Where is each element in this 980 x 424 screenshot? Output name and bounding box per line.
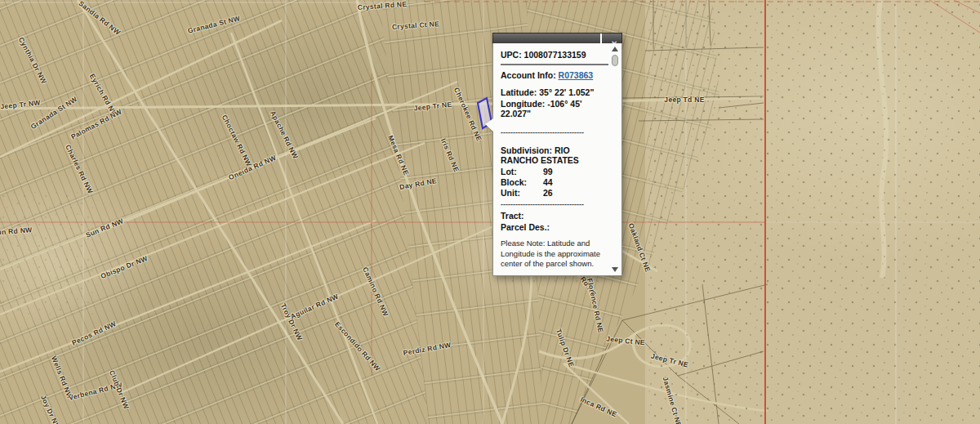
close-icon[interactable]: ✕ — [611, 35, 618, 42]
divider-rule — [501, 64, 608, 65]
tract-line: Tract: — [501, 211, 608, 221]
account-info-line: Account Info: R073863 — [501, 70, 608, 80]
popup-titlebar[interactable]: ✕ — [492, 33, 622, 43]
account-info-label: Account Info: — [501, 70, 556, 80]
latitude-value: 35° 22' 1.052" — [539, 87, 594, 97]
map-viewport[interactable]: Sandia Rd NWCrystal Rd NECrystal Ct NEGr… — [0, 0, 980, 424]
restore-window-icon[interactable] — [600, 35, 608, 42]
popup-note: Please Note: Latitude and Longitude is t… — [501, 239, 608, 268]
parcel-field-label: Unit: — [501, 188, 543, 198]
tract-label: Tract: — [501, 211, 524, 221]
upc-label: UPC: — [501, 50, 522, 60]
upc-line: UPC: 1008077133159 — [501, 50, 608, 60]
subdivision-line: Subdivision: RIO RANCHO ESTATES — [501, 145, 608, 165]
parcel-des-line: Parcel Des.: — [501, 222, 608, 232]
parcel-info-popup: ✕ UPC: 1008077133159 Account Info: R0738… — [492, 33, 622, 276]
aerial-map[interactable] — [0, 0, 980, 424]
scrollbar-thumb[interactable] — [612, 55, 618, 66]
dashed-separator: ---------------------------------- — [501, 200, 608, 208]
parcel-field-value: 26 — [543, 188, 553, 198]
upc-value: 1008077133159 — [524, 50, 586, 60]
popup-scrollbar[interactable] — [611, 47, 619, 272]
longitude-line: Longitude: -106° 45' 22.027" — [501, 99, 608, 118]
popup-callout-tail — [485, 118, 493, 132]
parcel-des-label: Parcel Des.: — [501, 222, 550, 232]
popup-body: UPC: 1008077133159 Account Info: R073863… — [492, 43, 622, 276]
parcel-field-value: 99 — [543, 167, 553, 176]
dashed-separator: ---------------------------------- — [501, 128, 608, 136]
parcel-field-row: Block:44 — [501, 177, 608, 187]
lot-block-unit-table: Lot:99Block:44Unit:26 — [501, 167, 608, 198]
scroll-down-arrow[interactable] — [612, 267, 618, 272]
longitude-label: Longitude: — [501, 99, 545, 109]
latitude-label: Latitude: — [501, 87, 537, 97]
parcel-field-label: Block: — [501, 177, 543, 187]
latitude-line: Latitude: 35° 22' 1.052" — [501, 87, 608, 97]
account-info-link[interactable]: R073863 — [559, 70, 594, 80]
parcel-field-label: Lot: — [501, 167, 543, 176]
parcel-field-value: 44 — [543, 177, 553, 187]
parcel-field-row: Unit:26 — [501, 188, 608, 198]
subdivision-label: Subdivision: — [501, 145, 552, 155]
scroll-up-arrow[interactable] — [612, 47, 618, 51]
parcel-field-row: Lot:99 — [501, 167, 608, 176]
